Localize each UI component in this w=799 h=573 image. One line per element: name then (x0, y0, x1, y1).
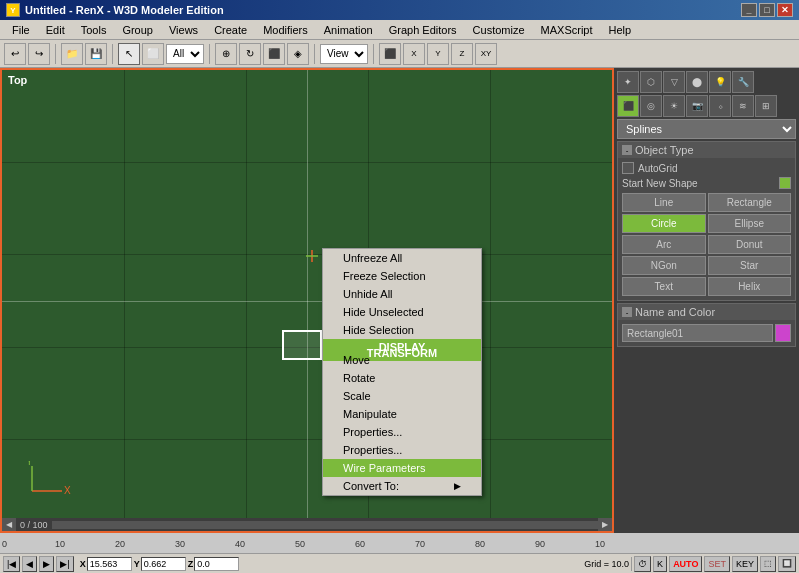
name-color-collapse-btn[interactable]: - (622, 307, 632, 317)
ruler-label: 10 (55, 539, 65, 549)
panel-tab-motion[interactable]: ⬤ (686, 71, 708, 93)
shape-btn-helix[interactable]: Helix (708, 277, 792, 296)
viewport-label: Top (8, 74, 27, 86)
open-button[interactable]: 📁 (61, 43, 83, 65)
redo-button[interactable]: ↪ (28, 43, 50, 65)
menu-create[interactable]: Create (206, 20, 255, 40)
save-button[interactable]: 💾 (85, 43, 107, 65)
panel-tab-systems[interactable]: ⊞ (755, 95, 777, 117)
snap-button[interactable]: ⊕ (215, 43, 237, 65)
menu-tools[interactable]: Tools (73, 20, 115, 40)
xyz2-button[interactable]: XY (475, 43, 497, 65)
y-button[interactable]: Y (427, 43, 449, 65)
panel-tab-lights[interactable]: ☀ (663, 95, 685, 117)
panel-tab-spacewarps[interactable]: ≋ (732, 95, 754, 117)
menu-file[interactable]: File (4, 20, 38, 40)
key-button[interactable]: KEY (732, 556, 758, 572)
shape-btn-rectangle[interactable]: Rectangle (708, 193, 792, 212)
splines-dropdown[interactable]: Splines (617, 119, 796, 139)
mirror-button[interactable]: ◈ (287, 43, 309, 65)
shape-btn-ngon[interactable]: NGon (622, 256, 706, 275)
object-name-input[interactable] (622, 324, 773, 342)
z-coord-display: Z 0.0 (188, 557, 240, 571)
select-tool[interactable]: ↖ (118, 43, 140, 65)
ctx-hide-unselected[interactable]: Hide Unselected (323, 303, 481, 321)
filter-select[interactable]: All (166, 44, 204, 64)
panel-tab-display[interactable]: 💡 (709, 71, 731, 93)
render-button[interactable]: ⬛ (379, 43, 401, 65)
shape-btn-donut[interactable]: Donut (708, 235, 792, 254)
menu-graph-editors[interactable]: Graph Editors (381, 20, 465, 40)
time-config-button[interactable]: ⏱ (634, 556, 651, 572)
ctx-wire-parameters[interactable]: Wire Parameters (323, 459, 481, 477)
ruler: 0 10 20 30 40 50 60 70 80 90 10 (0, 533, 799, 553)
panel-tab-cameras[interactable]: 📷 (686, 95, 708, 117)
menu-views[interactable]: Views (161, 20, 206, 40)
panel-tab-hierarchy[interactable]: ▽ (663, 71, 685, 93)
ctx-manipulate[interactable]: Manipulate (323, 405, 481, 423)
z-button[interactable]: Z (451, 43, 473, 65)
shape-btn-arc[interactable]: Arc (622, 235, 706, 254)
render-viewport-button[interactable]: 🔲 (778, 556, 796, 572)
color-swatch[interactable] (775, 324, 791, 342)
minimize-button[interactable]: _ (741, 3, 757, 17)
ctx-convert-to[interactable]: Convert To: ▶ (323, 477, 481, 495)
xyz-button[interactable]: X (403, 43, 425, 65)
key-filter-button[interactable]: K (653, 556, 667, 572)
panel-tab-geometry[interactable]: ⬛ (617, 95, 639, 117)
ctx-unhide-all[interactable]: Unhide All (323, 285, 481, 303)
svg-text:Y: Y (26, 461, 33, 467)
set-key-button[interactable]: SET (704, 556, 730, 572)
x-coord-display: X 15.563 (80, 557, 132, 571)
ctx-freeze-selection[interactable]: Freeze Selection (323, 267, 481, 285)
autogrid-checkbox[interactable] (622, 162, 634, 174)
viewport[interactable]: Top X Y (0, 68, 614, 533)
transform-handle[interactable] (306, 250, 318, 262)
vp-arrow-right[interactable]: ▶ (598, 518, 612, 531)
shape-btn-star[interactable]: Star (708, 256, 792, 275)
panel-tab-shapes[interactable]: ◎ (640, 95, 662, 117)
maximize-button[interactable]: □ (759, 3, 775, 17)
close-button[interactable]: ✕ (777, 3, 793, 17)
ctx-rotate[interactable]: Rotate (323, 369, 481, 387)
menu-help[interactable]: Help (601, 20, 640, 40)
z-coord-label: Z (188, 559, 194, 569)
ctx-track-view-selected[interactable]: Properties... (323, 441, 481, 459)
play-button[interactable]: ▶ (39, 556, 54, 572)
start-new-checkbox[interactable] (779, 177, 791, 189)
ctx-hide-selection[interactable]: Hide Selection (323, 321, 481, 339)
shape-btn-line[interactable]: Line (622, 193, 706, 212)
region-select-tool[interactable]: ⬜ (142, 43, 164, 65)
prev-frame-button[interactable]: ◀ (22, 556, 37, 572)
menu-edit[interactable]: Edit (38, 20, 73, 40)
z-coord-value: 0.0 (194, 557, 239, 571)
undo-button[interactable]: ↩ (4, 43, 26, 65)
object-type-header: - Object Type (618, 142, 795, 158)
panel-tab-helpers[interactable]: ⬦ (709, 95, 731, 117)
menu-modifiers[interactable]: Modifiers (255, 20, 316, 40)
ruler-label: 10 (595, 539, 605, 549)
rotate-snap[interactable]: ↻ (239, 43, 261, 65)
ctx-properties[interactable]: Properties... (323, 423, 481, 441)
panel-tab-modify[interactable]: ⬡ (640, 71, 662, 93)
collapse-btn[interactable]: - (622, 145, 632, 155)
ctx-unfreeze-all[interactable]: Unfreeze All (323, 249, 481, 267)
panel-tab-create[interactable]: ✦ (617, 71, 639, 93)
menu-customize[interactable]: Customize (465, 20, 533, 40)
viewport-toggle-button[interactable]: ⬚ (760, 556, 776, 572)
play-back-button[interactable]: |◀ (3, 556, 20, 572)
axis-indicator: X Y (22, 461, 72, 503)
scale-snap[interactable]: ⬛ (263, 43, 285, 65)
menu-group[interactable]: Group (114, 20, 161, 40)
shape-btn-text[interactable]: Text (622, 277, 706, 296)
vp-arrow-left[interactable]: ◀ (2, 518, 16, 531)
view-select[interactable]: View (320, 44, 368, 64)
auto-key-button[interactable]: AUTO (669, 556, 702, 572)
panel-tab-utilities[interactable]: 🔧 (732, 71, 754, 93)
shape-btn-circle[interactable]: Circle (622, 214, 706, 233)
ctx-scale[interactable]: Scale (323, 387, 481, 405)
menu-maxscript[interactable]: MAXScript (533, 20, 601, 40)
menu-animation[interactable]: Animation (316, 20, 381, 40)
next-frame-button[interactable]: ▶| (56, 556, 73, 572)
shape-btn-ellipse[interactable]: Ellipse (708, 214, 792, 233)
